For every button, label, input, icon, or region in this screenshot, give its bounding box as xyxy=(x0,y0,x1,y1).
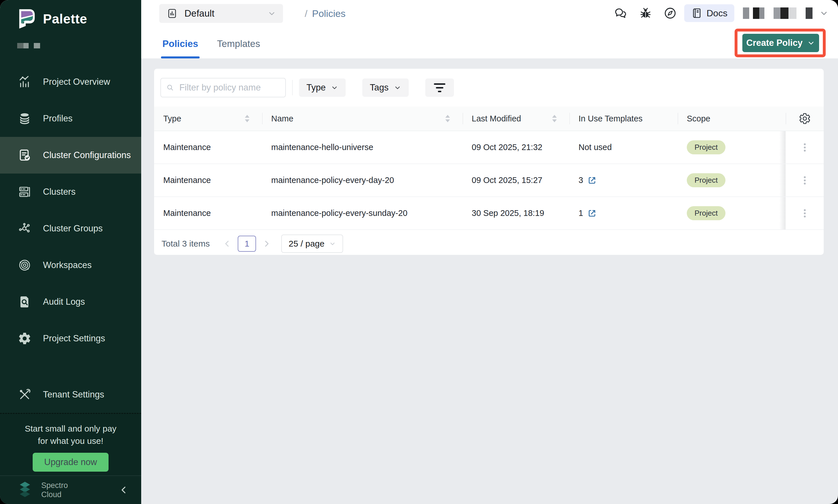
redacted-text-block xyxy=(743,7,749,19)
column-header-in-use-templates: In Use Templates xyxy=(569,107,678,130)
create-policy-button[interactable]: Create Policy xyxy=(742,34,819,52)
cell-scope: Project xyxy=(678,164,786,196)
top-header: Default / Policies Docs xyxy=(141,0,838,59)
report-bug-icon[interactable] xyxy=(639,6,652,20)
row-actions-menu[interactable] xyxy=(786,131,824,163)
kebab-menu-icon xyxy=(799,142,810,153)
redacted-version-info xyxy=(17,43,40,48)
sidebar-item-project-overview[interactable]: Project Overview xyxy=(0,64,141,100)
scope-badge: Project xyxy=(687,173,726,187)
table-row[interactable]: Maintenance maintenance-hello-universe 0… xyxy=(154,131,824,164)
docs-button[interactable]: Docs xyxy=(684,4,734,22)
cell-name: maintenance-policy-every-day-20 xyxy=(262,164,463,196)
cell-type: Maintenance xyxy=(154,164,262,196)
project-selector[interactable]: Default xyxy=(159,4,283,23)
sidebar-collapse-button[interactable] xyxy=(119,485,129,495)
palette-logo-icon xyxy=(16,8,37,29)
page-size-label: 25 / page xyxy=(289,239,324,249)
main-area: Default / Policies Docs xyxy=(141,0,838,504)
advanced-filter-button[interactable] xyxy=(425,78,454,97)
page-size-select[interactable]: 25 / page xyxy=(281,235,343,253)
spectro-cloud-brand: Spectro Cloud xyxy=(41,481,68,499)
tab-templates[interactable]: Templates xyxy=(217,32,260,58)
cell-in-use-link[interactable]: 1 xyxy=(569,197,678,229)
user-menu[interactable] xyxy=(739,7,828,19)
chevron-down-icon xyxy=(807,39,815,47)
table-row[interactable]: Maintenance maintenance-policy-every-sun… xyxy=(154,197,824,230)
kebab-menu-icon xyxy=(799,175,810,186)
upgrade-now-button[interactable]: Upgrade now xyxy=(33,453,108,472)
sidebar-item-label: Cluster Configurations xyxy=(43,150,131,160)
orbit-icon xyxy=(18,258,32,272)
table-row[interactable]: Maintenance maintenance-policy-every-day… xyxy=(154,164,824,197)
page-tabs: Policies Templates xyxy=(162,32,260,58)
breadcrumb-current: Policies xyxy=(312,8,345,19)
tags-filter-label: Tags xyxy=(370,83,388,93)
scope-badge: Project xyxy=(687,206,726,220)
sidebar-item-cluster-configurations[interactable]: Cluster Configurations xyxy=(0,137,141,174)
sort-icon xyxy=(445,115,450,122)
server-rack-icon xyxy=(18,185,32,199)
sidebar-item-label: Profiles xyxy=(43,113,72,124)
pagination-total: Total 3 items xyxy=(162,239,210,249)
redacted-text-block xyxy=(806,7,813,19)
previous-page-button[interactable] xyxy=(223,239,231,248)
sidebar-footer: Spectro Cloud xyxy=(0,475,141,504)
column-header-name[interactable]: Name xyxy=(262,107,463,130)
brand-logo: Palette xyxy=(16,8,87,29)
cell-type: Maintenance xyxy=(154,131,262,163)
header-actions: Docs xyxy=(614,0,828,26)
sidebar-item-project-settings[interactable]: Project Settings xyxy=(0,320,141,357)
table-header-row: Type Name Last Modified In Use Templates… xyxy=(154,107,824,131)
sidebar-item-audit-logs[interactable]: Audit Logs xyxy=(0,284,141,320)
app-window: Palette Project Overview Profiles Cluste… xyxy=(0,0,838,504)
external-link-icon xyxy=(587,176,597,185)
sidebar: Palette Project Overview Profiles Cluste… xyxy=(0,0,141,504)
policy-search[interactable] xyxy=(160,78,286,97)
breadcrumb: / Policies xyxy=(305,0,346,27)
search-input[interactable] xyxy=(179,82,280,93)
docs-label: Docs xyxy=(707,8,728,19)
sidebar-item-workspaces[interactable]: Workspaces xyxy=(0,247,141,284)
book-icon xyxy=(691,7,702,19)
sidebar-item-label: Clusters xyxy=(43,187,76,197)
document-search-icon xyxy=(18,295,32,309)
sort-icon xyxy=(552,115,557,122)
sidebar-item-profiles[interactable]: Profiles xyxy=(0,100,141,137)
redacted-text-block xyxy=(34,43,40,48)
search-icon xyxy=(166,83,174,92)
explore-compass-icon[interactable] xyxy=(664,6,677,20)
tab-policies[interactable]: Policies xyxy=(162,32,198,58)
cell-scope: Project xyxy=(678,197,786,229)
network-nodes-icon xyxy=(18,222,32,235)
cell-name: maintenance-policy-every-sunday-20 xyxy=(262,197,463,229)
redacted-text-block xyxy=(773,7,797,19)
row-actions-menu[interactable] xyxy=(786,164,824,196)
feedback-chat-icon[interactable] xyxy=(614,6,627,20)
row-actions-menu[interactable] xyxy=(786,197,824,229)
create-policy-label: Create Policy xyxy=(746,38,802,48)
gear-icon xyxy=(18,331,32,345)
layers-stack-icon xyxy=(18,112,32,125)
sidebar-item-label: Workspaces xyxy=(43,260,92,270)
next-page-button[interactable] xyxy=(262,239,271,248)
column-header-last-modified[interactable]: Last Modified xyxy=(463,107,569,130)
sidebar-item-clusters[interactable]: Clusters xyxy=(0,174,141,210)
redacted-text-block xyxy=(17,43,29,48)
column-header-type[interactable]: Type xyxy=(154,107,262,130)
chevron-down-icon xyxy=(329,240,336,247)
tags-filter-dropdown[interactable]: Tags xyxy=(362,78,408,97)
sidebar-item-cluster-groups[interactable]: Cluster Groups xyxy=(0,210,141,247)
type-filter-dropdown[interactable]: Type xyxy=(299,78,346,97)
chevron-down-icon xyxy=(267,9,276,18)
cell-in-use-link[interactable]: 3 xyxy=(569,164,678,196)
cell-type: Maintenance xyxy=(154,197,262,229)
sidebar-item-label: Tenant Settings xyxy=(43,390,104,400)
sidebar-item-tenant-settings[interactable]: Tenant Settings xyxy=(0,376,141,413)
column-settings-button[interactable] xyxy=(786,107,824,130)
filter-toolbar: Type Tags xyxy=(154,69,824,107)
chevron-down-icon xyxy=(394,84,401,91)
cell-in-use: Not used xyxy=(569,131,678,163)
page-number-button[interactable]: 1 xyxy=(238,236,256,252)
banner-text-line2: for what you use! xyxy=(0,435,141,447)
